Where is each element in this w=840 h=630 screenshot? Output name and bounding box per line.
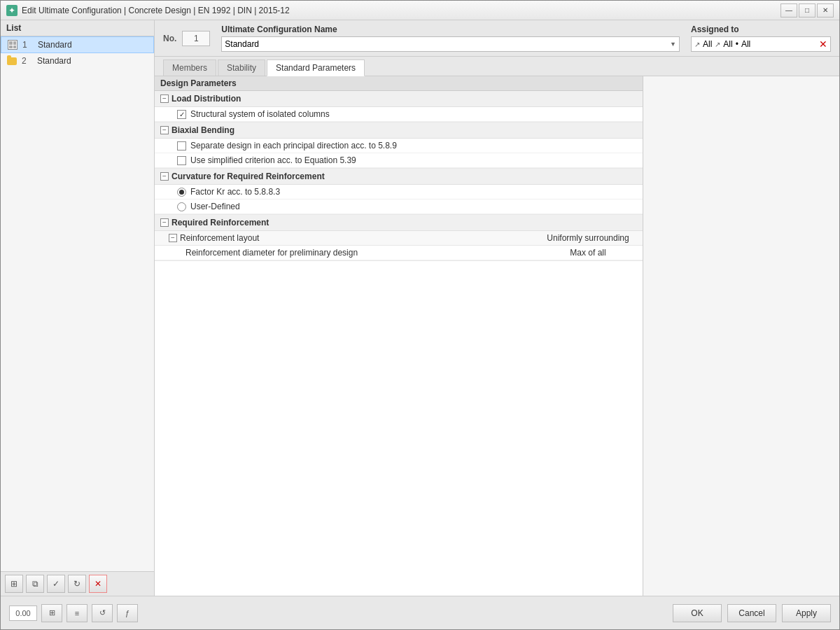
expand-icon[interactable]: − (160, 126, 169, 134)
name-dropdown[interactable]: Standard ▼ (221, 36, 680, 52)
structural-isolated-row: Structural system of isolated columns (155, 107, 643, 122)
curvature-group: − Curvature for Required Reinforcement F… (155, 169, 643, 215)
folder-icon (7, 57, 17, 65)
biaxial-bending-title: Biaxial Bending (172, 125, 234, 135)
list-item-icon (6, 55, 18, 66)
reinforcement-layout-header[interactable]: − Reinforcement layout Uniformly surroun… (155, 231, 643, 246)
tab-standard-parameters[interactable]: Standard Parameters (267, 59, 365, 76)
reinforcement-layout-subgroup: − Reinforcement layout Uniformly surroun… (155, 231, 643, 260)
expand-icon[interactable]: − (160, 94, 169, 103)
list-item[interactable]: 2 Standard (1, 53, 154, 69)
bottom-right: OK Cancel Apply (673, 604, 831, 622)
app-icon: ✦ (6, 5, 18, 16)
grid-view-button[interactable]: ⊞ (41, 604, 62, 622)
check2-button[interactable]: ↻ (68, 575, 86, 593)
right-panel: No. 1 Ultimate Configuration Name Standa… (155, 20, 839, 596)
params-panel: Design Parameters − Load Distribution St… (155, 76, 643, 596)
no-label: No. (163, 34, 176, 43)
config-header: No. 1 Ultimate Configuration Name Standa… (155, 20, 839, 57)
dropdown-arrow-icon: ▼ (670, 41, 676, 48)
factor-kr-row: Factor Kr acc. to 5.8.8.3 (155, 185, 643, 200)
biaxial-bending-group: − Biaxial Bending Separate design in eac… (155, 122, 643, 169)
user-defined-row: User-Defined (155, 200, 643, 214)
load-distribution-header[interactable]: − Load Distribution (155, 91, 643, 107)
assigned-value: ↗ All ↗ All • All ✕ (691, 36, 831, 52)
no-value: 1 (182, 31, 210, 46)
tab-stability[interactable]: Stability (218, 59, 265, 76)
list-container: 1 Standard 2 Standard (1, 36, 154, 571)
list-view-button[interactable]: ≡ (66, 604, 88, 622)
curvature-header[interactable]: − Curvature for Required Reinforcement (155, 169, 643, 185)
config-no: No. 1 (163, 31, 210, 46)
required-reinforcement-group: − Required Reinforcement − Reinforcement… (155, 215, 643, 261)
factor-kr-label: Factor Kr acc. to 5.8.8.3 (177, 187, 637, 197)
expand-icon[interactable]: − (160, 218, 169, 227)
reinforcement-layout-value: Uniformly surrounding (539, 233, 637, 243)
copy-button[interactable]: ⧉ (26, 575, 44, 593)
reinforcement-diameter-label: Reinforcement diameter for preliminary d… (186, 248, 539, 258)
list-item-num: 1 (22, 40, 34, 50)
assigned-icons: ↗ All ↗ All • All (694, 39, 750, 49)
assigned-clear-button[interactable]: ✕ (819, 38, 827, 50)
check-button[interactable]: ✓ (47, 575, 65, 593)
load-distribution-group: − Load Distribution Structural system of… (155, 91, 643, 122)
grid-icon (8, 40, 18, 50)
reinforcement-layout-title: Reinforcement layout (180, 233, 536, 243)
simplified-criterion-row: Use simplified criterion acc. to Equatio… (155, 153, 643, 168)
reinforcement-diameter-value: Max of all (539, 248, 637, 258)
simplified-criterion-checkbox[interactable] (177, 156, 186, 165)
separate-design-checkbox[interactable] (177, 141, 186, 150)
design-params-header: Design Parameters (155, 76, 643, 91)
user-defined-label: User-Defined (177, 202, 637, 211)
structural-isolated-checkbox[interactable] (177, 110, 186, 119)
close-button[interactable]: ✕ (817, 4, 834, 18)
load-distribution-title: Load Distribution (172, 94, 241, 104)
window-title: Edit Ultimate Configuration | Concrete D… (22, 6, 290, 15)
tabs: Members Stability Standard Parameters (155, 57, 839, 76)
list-item-num: 2 (22, 56, 33, 66)
add-button[interactable]: ⊞ (5, 575, 23, 593)
list-item[interactable]: 1 Standard (1, 36, 154, 53)
undo-button[interactable]: ↺ (92, 604, 113, 622)
formula-button[interactable]: ƒ (117, 604, 138, 622)
expand-icon[interactable]: − (160, 172, 169, 181)
biaxial-bending-header[interactable]: − Biaxial Bending (155, 122, 643, 139)
name-label: Ultimate Configuration Name (221, 24, 680, 34)
assigned-label: Assigned to (691, 24, 831, 34)
maximize-button[interactable]: □ (799, 4, 816, 18)
main-content: List 1 Standard (1, 20, 839, 596)
right-side-panel (643, 76, 839, 596)
cancel-button[interactable]: Cancel (727, 604, 776, 622)
delete-button[interactable]: ✕ (89, 575, 107, 593)
list-header: List (1, 20, 154, 36)
left-panel-footer: ⊞ ⧉ ✓ ↻ ✕ (1, 571, 154, 596)
left-panel: List 1 Standard (1, 20, 155, 596)
list-item-name: Standard (37, 56, 71, 66)
arrow-left-icon: ↗ (694, 41, 700, 48)
separate-design-label: Separate design in each principal direct… (177, 141, 637, 150)
ok-button[interactable]: OK (673, 604, 722, 622)
bottom-toolbar: 0.00 ⊞ ≡ ↺ ƒ OK Cancel Apply (1, 596, 839, 629)
app-icon-symbol: ✦ (8, 6, 15, 15)
list-item-name: Standard (38, 40, 72, 50)
curvature-title: Curvature for Required Reinforcement (172, 172, 325, 181)
factor-kr-radio[interactable] (177, 188, 186, 197)
minimize-button[interactable]: — (780, 4, 797, 18)
value-display: 0.00 (9, 606, 37, 621)
tab-members[interactable]: Members (163, 59, 216, 76)
name-value: Standard (225, 39, 259, 49)
required-reinforcement-header[interactable]: − Required Reinforcement (155, 215, 643, 231)
user-defined-radio[interactable] (177, 202, 186, 211)
tab-content: Design Parameters − Load Distribution St… (155, 76, 839, 596)
titlebar-left: ✦ Edit Ultimate Configuration | Concrete… (6, 5, 290, 16)
expand-sub-icon[interactable]: − (169, 234, 177, 242)
apply-button[interactable]: Apply (782, 604, 831, 622)
required-reinforcement-title: Required Reinforcement (172, 218, 269, 227)
main-window: ✦ Edit Ultimate Configuration | Concrete… (0, 0, 840, 630)
assigned-all2: All (723, 39, 732, 49)
simplified-criterion-label: Use simplified criterion acc. to Equatio… (177, 155, 637, 165)
arrow-right-icon: ↗ (715, 41, 720, 48)
reinforcement-diameter-row: Reinforcement diameter for preliminary d… (155, 246, 643, 260)
config-name: Ultimate Configuration Name Standard ▼ (221, 24, 680, 52)
dot-separator: • (736, 39, 738, 49)
